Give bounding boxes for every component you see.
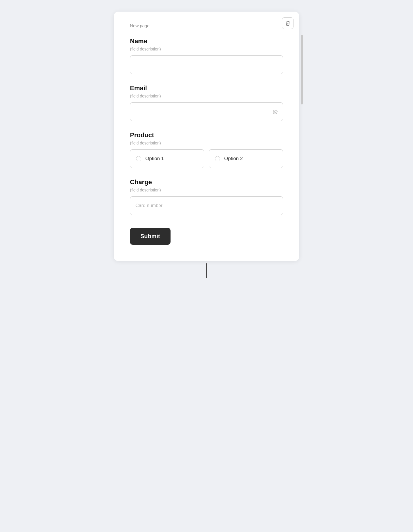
email-input[interactable] bbox=[130, 102, 283, 121]
name-label: Name bbox=[130, 37, 283, 45]
product-option2-label: Option 2 bbox=[224, 156, 243, 162]
product-radio-group: Option 1 Option 2 bbox=[130, 149, 283, 168]
email-input-wrapper: @ bbox=[130, 102, 283, 121]
charge-label: Charge bbox=[130, 178, 283, 186]
page-wrapper: New page Name (field description) Email … bbox=[114, 12, 299, 278]
bottom-line bbox=[206, 263, 207, 278]
card-number-input[interactable] bbox=[130, 196, 283, 215]
product-field-group: Product (field description) Option 1 Opt… bbox=[130, 131, 283, 168]
product-option2[interactable]: Option 2 bbox=[209, 149, 283, 168]
email-description: (field description) bbox=[130, 94, 283, 98]
scrollbar[interactable] bbox=[301, 35, 303, 104]
email-label: Email bbox=[130, 84, 283, 92]
page-title: New page bbox=[130, 23, 283, 28]
form-card: New page Name (field description) Email … bbox=[114, 12, 299, 261]
name-field-group: Name (field description) bbox=[130, 37, 283, 74]
product-option1[interactable]: Option 1 bbox=[130, 149, 204, 168]
charge-description: (field description) bbox=[130, 188, 283, 192]
product-label: Product bbox=[130, 131, 283, 139]
radio-circle-2 bbox=[215, 156, 220, 161]
product-description: (field description) bbox=[130, 141, 283, 145]
name-description: (field description) bbox=[130, 47, 283, 51]
card-input-wrapper bbox=[130, 196, 283, 215]
email-field-group: Email (field description) @ bbox=[130, 84, 283, 121]
submit-button[interactable]: Submit bbox=[130, 228, 171, 245]
charge-field-group: Charge (field description) bbox=[130, 178, 283, 215]
radio-circle-1 bbox=[136, 156, 141, 161]
delete-button[interactable] bbox=[282, 17, 294, 29]
name-input[interactable] bbox=[130, 55, 283, 74]
product-option1-label: Option 1 bbox=[145, 156, 164, 162]
